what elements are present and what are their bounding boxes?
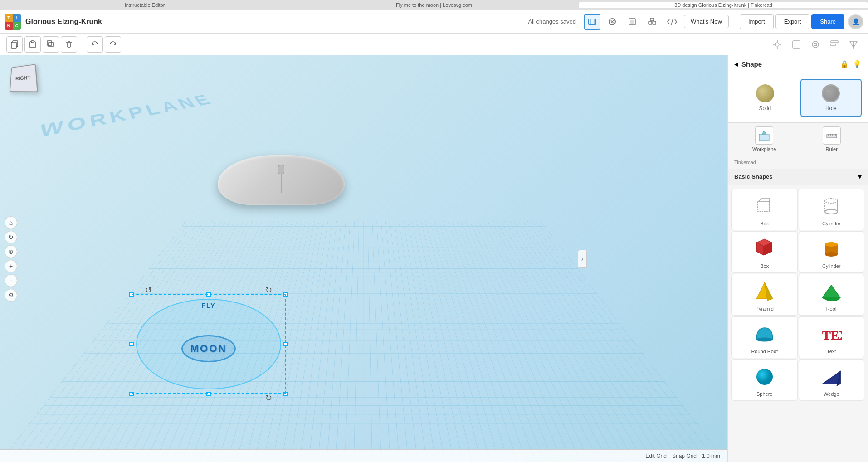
svg-point-52: [756, 338, 773, 341]
blocks-button[interactable]: [644, 14, 660, 30]
handle-br[interactable]: [283, 392, 288, 396]
handle-tr[interactable]: [283, 292, 288, 297]
shape-panel-collapse-icon[interactable]: ◂: [734, 60, 738, 68]
delete-button[interactable]: [61, 36, 77, 53]
zoom-in-button[interactable]: +: [5, 260, 17, 272]
schematic-button[interactable]: [624, 14, 640, 30]
ruler-item[interactable]: Ruler: [800, 126, 864, 152]
lightbulb-icon[interactable]: 💡: [853, 60, 862, 68]
svg-rect-20: [793, 41, 800, 48]
edit-grid-label[interactable]: Edit Grid: [645, 453, 667, 459]
svg-text:TEXT: TEXT: [822, 328, 842, 342]
svg-rect-29: [827, 134, 837, 138]
snap-grid-label: Snap Grid: [672, 453, 697, 459]
svg-point-54: [756, 369, 773, 385]
shape-item-cyl-solid[interactable]: Cylinder: [799, 231, 865, 273]
import-button[interactable]: Import: [740, 14, 774, 29]
shape-box-wire-icon: [753, 195, 776, 218]
shape-item-text[interactable]: TEXT Text: [799, 316, 865, 358]
tilt-button[interactable]: ⊕: [5, 245, 17, 258]
handle-mr[interactable]: [283, 342, 288, 346]
svg-marker-25: [850, 41, 853, 48]
redo-button[interactable]: [105, 36, 121, 53]
solid-option[interactable]: Solid: [734, 79, 796, 117]
svg-rect-24: [831, 44, 835, 46]
cube-face-right: RIGHT: [10, 64, 38, 92]
svg-point-15: [775, 43, 779, 46]
shape-cyl-solid-label: Cylinder: [822, 263, 840, 269]
svg-marker-26: [853, 41, 857, 48]
zoom-out-button[interactable]: −: [5, 274, 17, 287]
3d-view-button[interactable]: [584, 14, 600, 30]
shape-item-round-roof[interactable]: Round Roof: [731, 316, 798, 358]
shape-item-cyl-wire[interactable]: Cylinder: [799, 189, 865, 230]
handle-mt[interactable]: [206, 292, 211, 297]
svg-rect-6: [650, 18, 654, 21]
svg-point-22: [814, 43, 817, 46]
shape-text-label: Text: [827, 349, 836, 354]
svg-point-38: [825, 199, 838, 203]
shape-item-sphere[interactable]: Sphere: [731, 359, 798, 401]
user-avatar[interactable]: 👤: [848, 14, 863, 29]
workplane-item[interactable]: Workplane: [732, 126, 796, 152]
share-button[interactable]: Share: [811, 14, 844, 29]
shape-item-roof[interactable]: Roof: [799, 274, 865, 316]
solid-ball: [756, 84, 774, 102]
main-area: WORKPLANE RIGHT ⌂ ↻ ⊕ + − ⚙: [0, 55, 868, 462]
viewport[interactable]: WORKPLANE RIGHT ⌂ ↻ ⊕ + − ⚙: [0, 55, 727, 462]
mouse-object[interactable]: [218, 155, 345, 214]
camera-icon[interactable]: [807, 36, 824, 53]
settings-button[interactable]: ⚙: [5, 289, 17, 302]
workplane-label: WORKPLANE: [39, 92, 218, 141]
shape-item-box-solid[interactable]: Box: [731, 231, 798, 273]
category-chevron-icon: ▾: [858, 172, 862, 181]
logo-i: I: [13, 14, 21, 22]
svg-rect-27: [759, 134, 769, 141]
undo-button[interactable]: [87, 36, 103, 53]
shape-box-wire-label: Box: [760, 221, 769, 226]
rotation-handle-tr[interactable]: ↻: [265, 285, 272, 295]
selected-object[interactable]: FLY MOON ↺ ↻ ↻: [132, 294, 286, 394]
snap-value: 1.0 mm: [702, 453, 720, 459]
rotate-button[interactable]: ↻: [5, 231, 17, 243]
paste-button[interactable]: [24, 36, 41, 53]
2d-view-button[interactable]: [604, 14, 620, 30]
rotation-handle-br[interactable]: ↻: [265, 393, 272, 403]
tinkercad-logo: T I N C: [5, 14, 21, 30]
category-dropdown[interactable]: Basic Shapes ▾: [728, 169, 868, 185]
handle-tl[interactable]: [129, 292, 134, 297]
browser-tab-2[interactable]: Fly me to the moon | Lovesvg.com: [289, 2, 579, 8]
browser-tab-1[interactable]: Instructable Editor: [0, 2, 289, 8]
svg-rect-23: [831, 41, 838, 43]
ruler-label: Ruler: [826, 146, 838, 152]
hole-option[interactable]: Hole: [800, 79, 862, 117]
whats-new-button[interactable]: What's New: [684, 15, 729, 28]
duplicate-button[interactable]: [43, 36, 59, 53]
mouse-scroll-wheel: [278, 165, 284, 174]
svg-rect-3: [630, 20, 634, 24]
workplane-label: Workplane: [752, 146, 776, 152]
code-button[interactable]: [664, 14, 680, 30]
browser-tab-3[interactable]: 3D design Glorious Elzing-Krunk | Tinker…: [579, 2, 868, 8]
align-icon[interactable]: [826, 36, 843, 53]
lock-icon[interactable]: 🔒: [840, 60, 849, 68]
shape-icon[interactable]: [788, 36, 805, 53]
shapes-grid: Box Cylinder: [728, 185, 868, 404]
cube-navigator[interactable]: RIGHT: [9, 64, 41, 96]
shape-item-box-wire[interactable]: Box: [731, 189, 798, 230]
shape-item-pyramid[interactable]: Pyramid: [731, 274, 798, 316]
svg-marker-50: [822, 285, 840, 298]
home-button[interactable]: ⌂: [5, 216, 17, 229]
export-button[interactable]: Export: [775, 14, 810, 29]
panel-toggle-button[interactable]: ›: [578, 250, 587, 268]
light-icon[interactable]: [769, 36, 785, 53]
mirror-icon[interactable]: [845, 36, 862, 53]
rotation-handle-tl[interactable]: ↺: [145, 285, 152, 295]
copy-button[interactable]: [6, 36, 23, 53]
shape-item-wedge[interactable]: Wedge: [799, 359, 865, 401]
app-header: T I N C Glorious Elzing-Krunk All change…: [0, 10, 868, 34]
handle-mb[interactable]: [206, 392, 211, 396]
handle-ml[interactable]: [129, 342, 134, 346]
handle-bl[interactable]: [129, 392, 134, 396]
svg-line-7: [671, 19, 673, 25]
